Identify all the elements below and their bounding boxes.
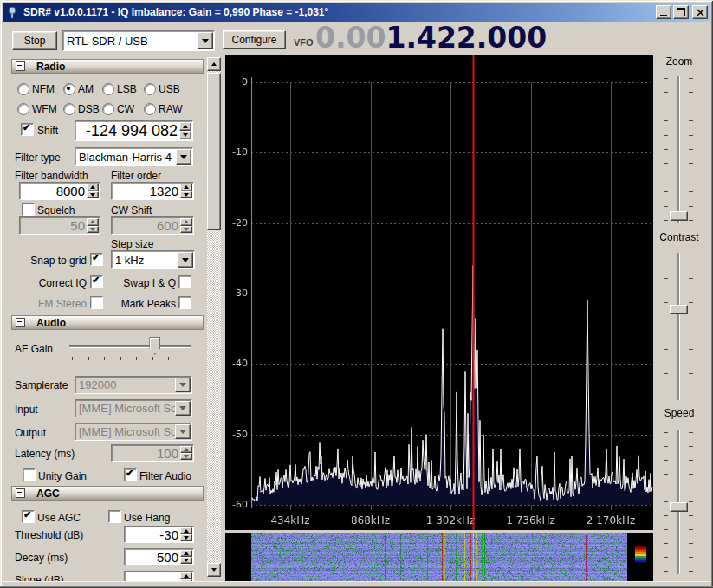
speed-slider-thumb[interactable] [670,502,688,512]
spin-up-button[interactable] [179,122,191,131]
slider-tick [664,529,668,530]
samplerate-arrow [175,378,191,392]
frequency-display[interactable]: 0.001.422.000 [315,23,547,53]
arrow-up-icon [184,185,189,189]
close-button[interactable] [692,5,708,19]
speed-slider-label: Speed [651,407,707,419]
mark-peaks-checkbox[interactable] [178,296,191,309]
use-agc-checkbox[interactable] [22,510,35,523]
spin-down-button [87,226,99,234]
squelch-checkbox[interactable] [22,203,35,216]
output-select: [MME] Microsoft Sound [75,423,192,441]
swap-iq-checkbox[interactable] [178,275,191,288]
spin-up-button[interactable] [87,184,99,191]
radio-button-icon[interactable] [17,83,29,95]
slider-tick [689,255,693,255]
audio-panel-header[interactable]: Audio [11,315,204,330]
radio-button-icon[interactable] [17,103,29,115]
minimize-icon [660,15,667,16]
zoom-slider-thumb[interactable] [670,211,688,221]
agc-panel-header[interactable]: AGC [11,486,204,501]
af-gain-track[interactable] [69,345,191,348]
spin-down-button[interactable] [180,557,192,564]
decay-spinner[interactable]: 500 [124,548,194,565]
af-gain-thumb[interactable] [149,337,160,355]
step-size-select[interactable]: 1 kHz [111,250,195,269]
spin-down-button[interactable] [179,131,191,139]
panel-scrollbar[interactable] [207,57,221,577]
af-gain-slider[interactable] [69,337,191,361]
radio-button-icon[interactable] [144,83,156,95]
frequency-value[interactable]: 1.422.000 [386,21,547,55]
scrollbar-thumb[interactable] [207,73,221,230]
filter-type-arrow[interactable] [176,149,191,165]
filter-type-value: Blackman-Harris 4 [79,148,177,165]
radio-button-icon[interactable] [63,83,75,95]
spin-up-button[interactable] [180,550,192,557]
use-hang-checkbox[interactable] [108,510,121,523]
device-select-arrow[interactable] [198,32,213,49]
correct-iq-label: Correct IQ [0,277,87,289]
spin-up-button[interactable] [180,184,192,191]
stop-button[interactable]: Stop [12,31,57,50]
spectrum-display[interactable] [225,55,653,530]
step-size-label: Step size [111,238,153,250]
shift-value-spinner[interactable]: -124 994 082 [75,120,193,141]
waterfall-display[interactable] [225,533,653,582]
slider-tick [664,432,668,433]
spin-up-button[interactable] [180,572,192,579]
input-value: [MME] Microsoft Sound [79,400,176,417]
app-window: SDR# v1.0.0.1171 - IQ Imbalance: Gain = … [0,0,713,588]
slider-tick [689,326,693,326]
scroll-down-button[interactable] [207,563,221,577]
radio-panel-header[interactable]: Radio [11,59,204,74]
device-select[interactable]: RTL-SDR / USB [62,30,215,51]
mark-peaks-label: Mark Peaks [87,298,176,310]
filter-bandwidth-spinner[interactable]: 8000 [19,182,100,200]
configure-button[interactable]: Configure [223,30,286,49]
frequency-leading-zeros[interactable]: 0.00 [315,21,386,55]
speed-slider[interactable] [663,430,694,574]
filter-order-spinner[interactable]: 1320 [111,182,194,200]
contrast-slider-thumb[interactable] [670,305,688,314]
spin-down-button[interactable] [180,191,192,199]
collapse-icon[interactable] [16,318,25,327]
contrast-slider[interactable] [663,253,694,400]
radio-button-icon[interactable] [102,103,114,115]
maximize-button[interactable] [673,5,689,19]
spin-down-button[interactable] [180,534,192,541]
spin-up-button[interactable] [180,527,192,534]
chevron-down-icon [179,383,186,387]
unity-gain-checkbox[interactable] [23,468,36,481]
minimize-button[interactable] [656,5,671,19]
step-size-arrow[interactable] [178,252,193,268]
collapse-icon[interactable] [16,61,25,71]
vfo-label: VFO [294,37,314,48]
radio-button-icon[interactable] [144,103,156,115]
spin-down-button[interactable] [87,191,99,199]
filter-bandwidth-label: Filter bandwidth [15,170,88,182]
filter-audio-checkbox[interactable] [124,468,137,481]
zoom-slider-track[interactable] [677,76,680,223]
scroll-up-button[interactable] [207,57,221,71]
slider-tick [136,357,137,360]
radio-button-icon[interactable] [63,103,75,115]
collapse-icon[interactable] [16,488,25,498]
title-bar[interactable]: SDR# v1.0.0.1171 - IQ Imbalance: Gain = … [3,3,710,22]
snap-to-grid-label: Snap to grid [0,255,87,267]
threshold-spinner[interactable]: -30 [124,526,194,543]
swap-iq-label: Swap I & Q [87,277,176,289]
fm-stereo-label: FM Stereo [0,298,87,310]
maximize-icon [677,8,685,16]
snap-to-grid-checkbox[interactable] [90,253,103,266]
slider-tick [664,92,668,93]
zoom-slider[interactable] [663,76,694,223]
filter-type-select[interactable]: Blackman-Harris 4 [75,147,193,166]
window-title: SDR# v1.0.0.1171 - IQ Imbalance: Gain = … [23,6,654,18]
radio-button-icon[interactable] [102,83,114,95]
contrast-slider-track[interactable] [677,253,680,400]
shift-checkbox[interactable] [21,123,34,136]
slider-tick [689,163,693,164]
slider-tick [689,501,693,502]
slider-tick [664,78,668,79]
